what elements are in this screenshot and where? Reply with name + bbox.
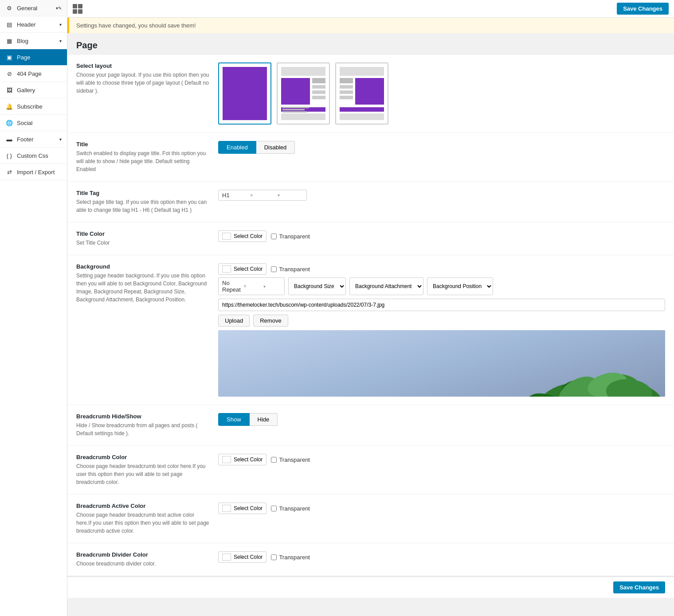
svg-rect-18	[340, 107, 384, 112]
svg-rect-10	[282, 109, 305, 110]
layout-control	[218, 62, 665, 125]
subscribe-icon: 🔔	[5, 102, 13, 110]
breadcrumb-show-btn[interactable]: Show	[218, 413, 250, 426]
settings-notice: Settings have changed, you should save t…	[67, 18, 674, 33]
arrow-icon: ▾	[59, 39, 62, 43]
breadcrumb-divider-transparent-label: Transparent	[271, 554, 310, 561]
bg-dropdowns: No Repeat × ▾ Background Size Background…	[218, 277, 665, 295]
breadcrumb-active-color-row-inner: Select Color Transparent	[218, 503, 665, 514]
breadcrumb-color-btn[interactable]: Select Color	[218, 454, 266, 465]
sidebar-item-subscribe[interactable]: 🔔 Subscribe	[0, 98, 67, 115]
import-icon: ⇄	[5, 168, 13, 176]
background-label: Background Setting page header backgroun…	[76, 263, 218, 304]
social-icon: 🌐	[5, 119, 13, 127]
save-button-top[interactable]: Save Changes	[617, 3, 669, 15]
arrow-icon: ▾	[59, 22, 62, 27]
remove-button[interactable]: Remove	[253, 315, 288, 327]
sidebar-item-gallery[interactable]: 🖼 Gallery	[0, 82, 67, 98]
title-enabled-btn[interactable]: Enabled	[218, 141, 256, 154]
bg-size-select[interactable]: Background Size	[288, 277, 346, 295]
sidebar-item-404[interactable]: ⊘ 404 Page	[0, 66, 67, 82]
svg-rect-0	[223, 67, 267, 120]
svg-rect-17	[355, 78, 384, 105]
color-swatch	[222, 456, 231, 463]
bg-repeat-select[interactable]: No Repeat × ▾	[218, 277, 285, 295]
svg-rect-1	[281, 67, 325, 76]
file-buttons: Upload Remove	[218, 315, 665, 327]
title-transparent-checkbox[interactable]	[271, 234, 277, 239]
bg-transparent-checkbox[interactable]	[271, 266, 277, 272]
layout-right-sidebar[interactable]	[277, 62, 330, 125]
svg-rect-3	[312, 78, 325, 83]
color-swatch	[222, 233, 231, 240]
bg-url-input[interactable]	[218, 299, 665, 311]
title-tag-select[interactable]: H1 × ▾	[218, 190, 307, 201]
breadcrumb-active-color-btn[interactable]: Select Color	[218, 503, 266, 514]
title-color-row: Title Color Set Title Color Select Color…	[67, 222, 674, 255]
bg-transparent-label: Transparent	[271, 266, 310, 273]
svg-rect-9	[282, 107, 309, 108]
breadcrumb-divider-color-btn[interactable]: Select Color	[218, 551, 266, 563]
404-icon: ⊘	[5, 70, 13, 78]
title-row: Title Switch enabled to display page tit…	[67, 133, 674, 182]
save-button-bottom[interactable]: Save Changes	[613, 581, 665, 593]
gallery-icon: 🖼	[5, 86, 13, 94]
breadcrumb-divider-color-control: Select Color Transparent	[218, 551, 665, 565]
breadcrumb-divider-transparent-checkbox[interactable]	[271, 554, 277, 560]
breadcrumb-active-transparent-checkbox[interactable]	[271, 506, 277, 511]
page-title: Page	[67, 33, 674, 54]
bottom-save-bar: Save Changes	[67, 577, 674, 598]
breadcrumb-show-row: Breadcrumb Hide/Show Hide / Show breadcr…	[67, 405, 674, 446]
sidebar-item-page[interactable]: ▣ Page	[0, 49, 67, 66]
svg-rect-13	[340, 78, 353, 83]
sidebar-item-custom-css[interactable]: { } Custom Css	[0, 148, 67, 164]
breadcrumb-color-label: Breadcrumb Color Choose page header brea…	[76, 454, 218, 486]
sidebar-item-blog[interactable]: ▦ Blog ▾	[0, 33, 67, 49]
sidebar-item-general[interactable]: ⚙ General ▾✎	[0, 0, 67, 16]
clear-icon[interactable]: ×	[243, 283, 261, 289]
bg-preview-svg	[218, 330, 665, 397]
bg-position-select[interactable]: Background Position	[427, 277, 493, 295]
svg-rect-11	[282, 111, 307, 113]
sidebar-item-import-export[interactable]: ⇄ Import / Export	[0, 164, 67, 180]
bg-color-btn[interactable]: Select Color	[218, 263, 266, 275]
arrow-icon: ▾✎	[56, 6, 62, 11]
bg-attachment-select[interactable]: Background Attachment	[349, 277, 423, 295]
breadcrumb-color-row-inner: Select Color Transparent	[218, 454, 665, 465]
layout-options	[218, 62, 665, 125]
chevron-down-icon: ▾	[263, 284, 281, 289]
title-color-label: Title Color Set Title Color	[76, 230, 218, 247]
breadcrumb-active-transparent-label: Transparent	[271, 505, 310, 512]
clear-icon[interactable]: ×	[250, 192, 275, 199]
layout-full-width[interactable]	[218, 62, 271, 125]
breadcrumb-active-color-control: Select Color Transparent	[218, 503, 665, 517]
sidebar-item-social[interactable]: 🌐 Social	[0, 115, 67, 131]
sidebar-item-header[interactable]: ▤ Header ▾	[0, 16, 67, 33]
settings-section: Select layout Choose your page layout. I…	[67, 54, 674, 576]
layout-full-svg	[220, 65, 269, 122]
svg-rect-12	[340, 67, 384, 76]
layout-row: Select layout Choose your page layout. I…	[67, 55, 674, 133]
background-control: Select Color Transparent No Repeat × ▾	[218, 263, 665, 397]
title-disabled-btn[interactable]: Disabled	[256, 141, 295, 154]
breadcrumb-color-control: Select Color Transparent	[218, 454, 665, 468]
gear-icon: ⚙	[5, 4, 13, 12]
breadcrumb-transparent-checkbox[interactable]	[271, 457, 277, 463]
css-icon: { }	[5, 152, 13, 160]
sidebar-item-footer[interactable]: ▬ Footer ▾	[0, 131, 67, 148]
title-color-btn[interactable]: Select Color	[218, 230, 266, 242]
breadcrumb-color-row: Breadcrumb Color Choose page header brea…	[67, 446, 674, 495]
svg-rect-8	[281, 113, 325, 120]
title-tag-label: Title Tag Select page title tag. If you …	[76, 190, 218, 214]
background-row: Background Setting page header backgroun…	[67, 255, 674, 405]
layout-left-sidebar[interactable]	[335, 62, 388, 125]
upload-button[interactable]: Upload	[218, 315, 250, 327]
color-swatch	[222, 505, 231, 512]
content-area: Save Changes Settings have changed, you …	[67, 0, 674, 598]
breadcrumb-active-color-row: Breadcrumb Active Color Choose page head…	[67, 495, 674, 543]
svg-rect-15	[340, 90, 353, 94]
title-toggle-group: Enabled Disabled	[218, 141, 665, 154]
title-tag-control: H1 × ▾	[218, 190, 665, 201]
svg-rect-14	[340, 85, 353, 89]
breadcrumb-hide-btn[interactable]: Hide	[250, 413, 278, 426]
